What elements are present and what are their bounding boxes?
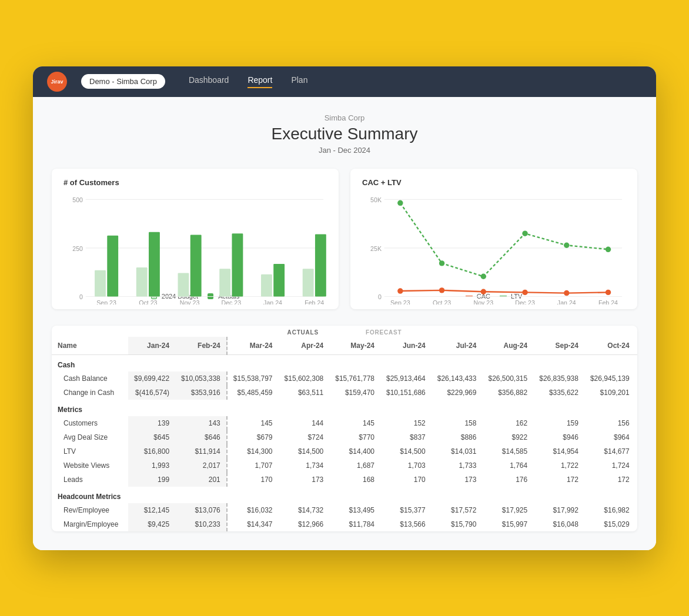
row-value: $15,761,778 [329, 371, 380, 386]
nav-dashboard[interactable]: Dashboard [189, 75, 229, 88]
section-header-cash: Cash [52, 354, 637, 371]
row-value: $16,032 [227, 503, 279, 517]
row-value: $886 [432, 430, 483, 444]
svg-rect-11 [190, 235, 202, 296]
row-value: 152 [380, 416, 432, 430]
row-value: 144 [279, 416, 330, 430]
customers-chart-area: 500 250 0 [63, 194, 327, 288]
col-apr24: Apr-24 [279, 337, 330, 355]
nav-links: Dashboard Report Plan [189, 75, 308, 88]
main-content: Simba Corp Executive Summary Jan - Dec 2… [33, 97, 656, 550]
row-label: Leads [52, 473, 128, 487]
row-value: $15,538,797 [227, 371, 279, 386]
row-value: 172 [636, 473, 637, 487]
cac-ltv-chart-title: CAC + LTV [362, 178, 626, 187]
row-value: $(416,574) [128, 386, 175, 400]
cac-ltv-chart-card: CAC + LTV 50K 25K 0 [350, 169, 637, 309]
section-header-metrics: Metrics [52, 400, 637, 416]
row-value: $63,511 [279, 386, 330, 400]
svg-text:0: 0 [378, 293, 382, 300]
svg-point-32 [481, 273, 486, 279]
svg-text:Oct 23: Oct 23 [433, 299, 451, 304]
row-value: $12,966 [279, 517, 330, 531]
row-value: $16,079 [636, 517, 637, 531]
row-value: $15,029 [584, 517, 636, 531]
section-header-headcount-metrics: Headcount Metrics [52, 487, 637, 503]
svg-text:25K: 25K [370, 245, 382, 252]
row-value: $14,677 [584, 444, 636, 458]
svg-point-40 [564, 290, 569, 295]
row-value: 1,724 [584, 458, 636, 473]
row-value: 168 [329, 473, 380, 487]
svg-text:50K: 50K [370, 196, 382, 203]
row-value: 1,734 [279, 458, 330, 473]
svg-text:0: 0 [79, 293, 83, 300]
svg-rect-14 [261, 274, 272, 296]
report-header: Simba Corp Executive Summary Jan - Dec 2… [52, 113, 637, 155]
customers-chart-card: # of Customers 500 250 0 [52, 169, 339, 309]
row-value: $26,835,938 [533, 371, 584, 386]
row-value: $18,039 [636, 503, 637, 517]
row-value: $12,145 [128, 503, 175, 517]
row-value: $645 [128, 430, 175, 444]
row-value: $17,992 [533, 503, 584, 517]
row-label: Rev/Employee [52, 503, 128, 517]
row-value: $646 [175, 430, 227, 444]
svg-point-41 [606, 289, 611, 294]
row-value: $17,925 [482, 503, 533, 517]
svg-text:Oct 23: Oct 23 [139, 299, 157, 304]
row-value: 1,993 [128, 458, 175, 473]
svg-point-38 [481, 289, 486, 294]
row-value: $14,732 [279, 503, 330, 517]
row-value: 173 [279, 473, 330, 487]
row-value: $975 [636, 430, 637, 444]
row-value: 170 [227, 473, 279, 487]
row-value: $837 [380, 430, 432, 444]
company-selector[interactable]: Demo - Simba Corp [81, 74, 165, 89]
row-value: $27,156,373 [636, 371, 637, 386]
row-value: 172 [584, 473, 636, 487]
col-mar24: Mar-24 [227, 337, 279, 355]
row-value: $15,790 [432, 517, 483, 531]
row-value: $26,945,139 [584, 371, 636, 386]
row-value: 172 [533, 473, 584, 487]
col-feb24: Feb-24 [175, 337, 227, 355]
row-value: $946 [533, 430, 584, 444]
svg-point-35 [606, 246, 611, 252]
nav-report[interactable]: Report [247, 75, 272, 88]
row-value: $5,485,459 [227, 386, 279, 400]
row-value: $109,201 [584, 386, 636, 400]
row-value: 176 [482, 473, 533, 487]
row-value: 1,764 [482, 458, 533, 473]
svg-text:Sep 23: Sep 23 [96, 299, 116, 304]
row-value: 159 [533, 416, 584, 430]
row-value: 1,703 [380, 458, 432, 473]
row-value: $335,622 [533, 386, 584, 400]
row-label: Cash Balance [52, 371, 128, 386]
row-value: $10,151,686 [380, 386, 432, 400]
row-value: $14,585 [482, 444, 533, 458]
svg-point-37 [439, 287, 444, 293]
row-value: $14,347 [227, 517, 279, 531]
row-label: Avg Deal Size [52, 430, 128, 444]
row-value: $9,425 [128, 517, 175, 531]
cac-ltv-line-chart: 50K 25K 0 [362, 194, 626, 305]
row-value: $14,031 [432, 444, 483, 458]
row-value: $964 [584, 430, 636, 444]
row-value: $15,377 [380, 503, 432, 517]
row-value: $922 [482, 430, 533, 444]
customers-chart-title: # of Customers [63, 178, 327, 187]
svg-text:250: 250 [72, 245, 83, 252]
row-value: $15,602,308 [279, 371, 330, 386]
col-sep24: Sep-24 [533, 337, 584, 355]
row-value: $679 [227, 430, 279, 444]
row-value: $25,913,464 [380, 371, 432, 386]
row-value: 158 [432, 416, 483, 430]
col-aug24: Aug-24 [482, 337, 533, 355]
svg-rect-16 [303, 269, 314, 296]
logo[interactable]: Jirav [47, 72, 67, 92]
row-value: $356,882 [482, 386, 533, 400]
svg-rect-6 [95, 270, 106, 296]
nav-plan[interactable]: Plan [291, 75, 307, 88]
table-row: LTV$16,800$11,914$14,300$14,500$14,400$1… [52, 444, 637, 458]
